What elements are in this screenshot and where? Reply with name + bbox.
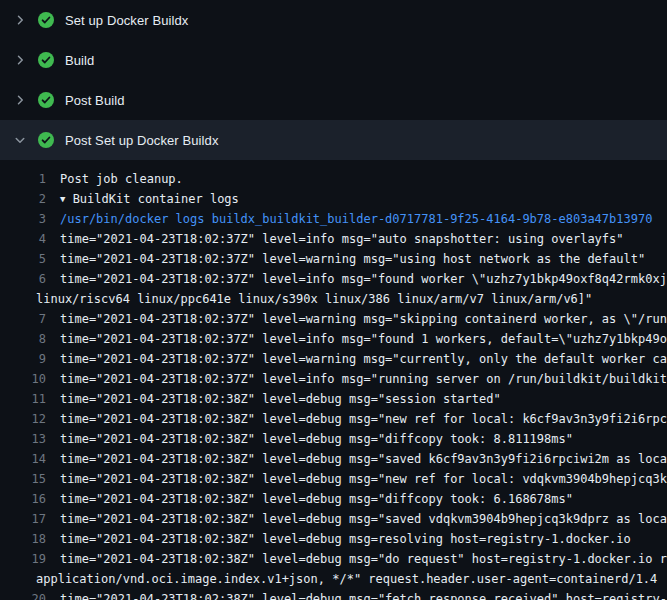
log-line: 20time="2021-04-23T18:02:38Z" level=debu… bbox=[0, 589, 667, 600]
log-line-text: time="2021-04-23T18:02:37Z" level=info m… bbox=[60, 232, 624, 246]
log-line: 19time="2021-04-23T18:02:38Z" level=debu… bbox=[0, 549, 667, 569]
log-command-text: /usr/bin/docker logs buildx_buildkit_bui… bbox=[60, 212, 652, 226]
log-line-number[interactable]: 2 bbox=[0, 189, 46, 209]
log-line-text: linux/riscv64 linux/ppc641e linux/s390x … bbox=[36, 292, 592, 306]
log-line: 5time="2021-04-23T18:02:37Z" level=warni… bbox=[0, 249, 667, 269]
step-title: Post Set up Docker Buildx bbox=[65, 133, 219, 148]
check-circle-icon bbox=[38, 132, 54, 148]
log-line-number[interactable]: 5 bbox=[0, 249, 46, 269]
log-line-number[interactable]: 4 bbox=[0, 229, 46, 249]
log-line: 2▼ BuildKit container logs bbox=[0, 189, 667, 209]
log-line: 3/usr/bin/docker logs buildx_buildkit_bu… bbox=[0, 209, 667, 229]
log-line-continuation: application/vnd.oci.image.index.v1+json,… bbox=[0, 569, 667, 589]
log-line-number[interactable]: 19 bbox=[0, 549, 46, 569]
log-line-continuation: linux/riscv64 linux/ppc641e linux/s390x … bbox=[0, 289, 667, 309]
check-circle-icon bbox=[38, 92, 54, 108]
steps-list: Set up Docker Buildx Build Post Build bbox=[0, 0, 667, 160]
log-line: 14time="2021-04-23T18:02:38Z" level=debu… bbox=[0, 449, 667, 469]
actions-log-viewer: Set up Docker Buildx Build Post Build bbox=[0, 0, 667, 600]
log-line-number[interactable]: 14 bbox=[0, 449, 46, 469]
log-line-number[interactable]: 20 bbox=[0, 589, 46, 600]
log-line-text: time="2021-04-23T18:02:37Z" level=warnin… bbox=[60, 252, 645, 266]
step-title: Post Build bbox=[65, 93, 125, 108]
step-header-build[interactable]: Build bbox=[0, 40, 667, 80]
log-line-number[interactable]: 3 bbox=[0, 209, 46, 229]
log-line-text: time="2021-04-23T18:02:38Z" level=debug … bbox=[60, 392, 501, 406]
log-line-text: time="2021-04-23T18:02:38Z" level=debug … bbox=[60, 592, 667, 600]
log-line-number[interactable]: 6 bbox=[0, 269, 46, 289]
log-line: 10time="2021-04-23T18:02:37Z" level=info… bbox=[0, 369, 667, 389]
chevron-right-icon[interactable] bbox=[12, 12, 28, 28]
log-line-number[interactable]: 15 bbox=[0, 469, 46, 489]
log-line-text: time="2021-04-23T18:02:38Z" level=debug … bbox=[60, 552, 667, 566]
log-line-text: time="2021-04-23T18:02:37Z" level=info m… bbox=[60, 272, 667, 286]
log-line-number[interactable]: 9 bbox=[0, 349, 46, 369]
log-line: 18time="2021-04-23T18:02:38Z" level=debu… bbox=[0, 529, 667, 549]
step-title: Set up Docker Buildx bbox=[65, 13, 188, 28]
log-line-text: ▼ BuildKit container logs bbox=[60, 192, 239, 206]
log-line-number[interactable]: 11 bbox=[0, 389, 46, 409]
log-line-number[interactable]: 16 bbox=[0, 489, 46, 509]
log-line-text: time="2021-04-23T18:02:37Z" level=info m… bbox=[60, 372, 667, 386]
step-header-post-build[interactable]: Post Build bbox=[0, 80, 667, 120]
log-line: 17time="2021-04-23T18:02:38Z" level=debu… bbox=[0, 509, 667, 529]
log-line-text: Post job cleanup. bbox=[60, 172, 183, 186]
check-circle-icon bbox=[38, 12, 54, 28]
log-line: 7time="2021-04-23T18:02:37Z" level=warni… bbox=[0, 309, 667, 329]
log-line: 1Post job cleanup. bbox=[0, 169, 667, 189]
check-circle-icon bbox=[38, 52, 54, 68]
log-line-text: time="2021-04-23T18:02:38Z" level=debug … bbox=[60, 412, 667, 426]
log-line-number[interactable]: 12 bbox=[0, 409, 46, 429]
log-line-text: time="2021-04-23T18:02:38Z" level=debug … bbox=[60, 492, 573, 506]
log-line: 13time="2021-04-23T18:02:38Z" level=debu… bbox=[0, 429, 667, 449]
log-line: 12time="2021-04-23T18:02:38Z" level=debu… bbox=[0, 409, 667, 429]
log-line-number[interactable]: 8 bbox=[0, 329, 46, 349]
log-view: 1Post job cleanup.2▼ BuildKit container … bbox=[0, 160, 667, 600]
log-line-text: time="2021-04-23T18:02:38Z" level=debug … bbox=[60, 512, 667, 526]
chevron-down-icon[interactable] bbox=[12, 132, 28, 148]
log-line: 4time="2021-04-23T18:02:37Z" level=info … bbox=[0, 229, 667, 249]
chevron-right-icon[interactable] bbox=[12, 52, 28, 68]
log-line-text: time="2021-04-23T18:02:37Z" level=warnin… bbox=[60, 312, 667, 326]
step-header-post-set-up-docker-buildx[interactable]: Post Set up Docker Buildx bbox=[0, 120, 667, 160]
log-line-number[interactable]: 1 bbox=[0, 169, 46, 189]
log-line-text: time="2021-04-23T18:02:38Z" level=debug … bbox=[60, 532, 631, 546]
log-line-text: time="2021-04-23T18:02:38Z" level=debug … bbox=[60, 452, 667, 466]
log-line-text: application/vnd.oci.image.index.v1+json,… bbox=[36, 572, 657, 586]
log-line: 16time="2021-04-23T18:02:38Z" level=debu… bbox=[0, 489, 667, 509]
log-line-number[interactable]: 13 bbox=[0, 429, 46, 449]
triangle-down-icon[interactable]: ▼ bbox=[60, 189, 65, 209]
log-line: 8time="2021-04-23T18:02:37Z" level=info … bbox=[0, 329, 667, 349]
log-line-text: time="2021-04-23T18:02:37Z" level=warnin… bbox=[60, 352, 667, 366]
log-line-number[interactable]: 17 bbox=[0, 509, 46, 529]
log-line-text: time="2021-04-23T18:02:38Z" level=debug … bbox=[60, 472, 667, 486]
log-line-number[interactable]: 10 bbox=[0, 369, 46, 389]
log-line-number[interactable]: 7 bbox=[0, 309, 46, 329]
log-line: 9time="2021-04-23T18:02:37Z" level=warni… bbox=[0, 349, 667, 369]
chevron-right-icon[interactable] bbox=[12, 92, 28, 108]
step-title: Build bbox=[65, 53, 94, 68]
log-line: 15time="2021-04-23T18:02:38Z" level=debu… bbox=[0, 469, 667, 489]
log-line: 6time="2021-04-23T18:02:37Z" level=info … bbox=[0, 269, 667, 289]
step-header-set-up-docker-buildx[interactable]: Set up Docker Buildx bbox=[0, 0, 667, 40]
log-line-text: time="2021-04-23T18:02:37Z" level=info m… bbox=[60, 332, 667, 346]
log-line: 11time="2021-04-23T18:02:38Z" level=debu… bbox=[0, 389, 667, 409]
log-line-number[interactable]: 18 bbox=[0, 529, 46, 549]
log-line-text: time="2021-04-23T18:02:38Z" level=debug … bbox=[60, 432, 573, 446]
